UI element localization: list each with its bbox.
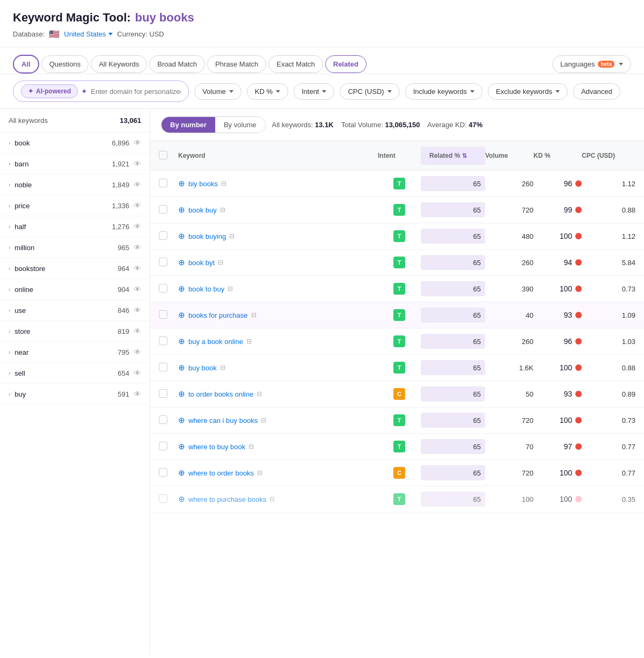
row-checkbox[interactable]	[159, 442, 167, 450]
sidebar-item-near[interactable]: › near 795 👁	[0, 342, 150, 363]
tab-questions[interactable]: Questions	[41, 55, 89, 73]
tab-exact-match[interactable]: Exact Match	[268, 55, 323, 73]
row-checkbox[interactable]	[159, 389, 167, 398]
eye-icon[interactable]: 👁	[134, 222, 141, 231]
row-checkbox[interactable]	[159, 415, 167, 424]
ai-domain-input-wrapper[interactable]: ✦ AI-powered ✦	[13, 81, 189, 102]
eye-icon[interactable]: 👁	[134, 327, 141, 335]
select-all-checkbox[interactable]	[159, 151, 167, 159]
related-val: 65	[473, 206, 481, 214]
keyword-link[interactable]: ⊕ where to purchase books ⊟	[178, 494, 378, 504]
sidebar-item-use[interactable]: › use 846 👁	[0, 300, 150, 321]
col-header-related[interactable]: Related % ⇅	[425, 150, 481, 162]
keyword-link[interactable]: ⊕ to order books online ⊟	[178, 389, 378, 399]
sidebar-item-half[interactable]: › half 1,276 👁	[0, 216, 150, 237]
keyword-link[interactable]: ⊕ books for purchase ⊟	[178, 310, 378, 320]
eye-icon[interactable]: 👁	[134, 390, 141, 398]
keyword-link[interactable]: ⊕ buy a book online ⊟	[178, 337, 378, 346]
sidebar-item-million[interactable]: › million 965 👁	[0, 237, 150, 258]
filter-include-keywords[interactable]: Include keywords	[405, 83, 482, 100]
eye-icon[interactable]: 👁	[134, 201, 141, 210]
table-icon: ⊟	[220, 364, 225, 371]
filter-advanced[interactable]: Advanced	[573, 83, 620, 100]
plus-icon: ⊕	[178, 258, 185, 267]
filter-kd[interactable]: KD %	[247, 83, 288, 100]
sidebar-item-bookstore[interactable]: › bookstore 964 👁	[0, 258, 150, 279]
domain-input[interactable]	[91, 87, 181, 96]
volume-val: 720	[522, 206, 533, 214]
keyword-link[interactable]: ⊕ where can i buy books ⊟	[178, 415, 378, 425]
keyword-link[interactable]: ⊕ book byt ⊟	[178, 258, 378, 267]
row-checkbox[interactable]	[159, 258, 167, 266]
sidebar-item-buy[interactable]: › buy 591 👁	[0, 384, 150, 405]
related-val: 65	[473, 285, 481, 293]
currency-label: Currency: USD	[117, 30, 164, 38]
country-link[interactable]: United States	[64, 30, 113, 38]
eye-icon[interactable]: 👁	[134, 243, 141, 252]
eye-icon[interactable]: 👁	[134, 348, 141, 356]
keyword-link[interactable]: ⊕ book buying ⊟	[178, 231, 378, 241]
sidebar-item-noble[interactable]: › noble 1,849 👁	[0, 174, 150, 195]
row-checkbox[interactable]	[159, 494, 167, 503]
filters-row: ✦ AI-powered ✦ Volume KD % Intent CPC (U…	[0, 74, 644, 109]
row-checkbox[interactable]	[159, 284, 167, 293]
keyword-link[interactable]: ⊕ where to order books ⊟	[178, 468, 378, 478]
keyword-link[interactable]: ⊕ buy book ⊟	[178, 363, 378, 372]
eye-icon[interactable]: 👁	[134, 306, 141, 315]
sidebar-header-label: All keywords	[9, 116, 48, 125]
intent-badge-t: T	[393, 283, 405, 295]
row-checkbox[interactable]	[159, 468, 167, 477]
eye-icon[interactable]: 👁	[134, 285, 141, 294]
tab-languages[interactable]: Languages beta	[552, 55, 631, 73]
filter-volume[interactable]: Volume	[194, 83, 241, 100]
kd-dot-red	[575, 207, 582, 213]
sidebar-item-barn[interactable]: › barn 1,921 👁	[0, 153, 150, 174]
filter-intent[interactable]: Intent	[294, 83, 335, 100]
plus-icon: ⊕	[178, 415, 185, 425]
cpc-val: 0.89	[622, 390, 635, 398]
main-content: All keywords 13,061 › book 6,896 👁 › bar…	[0, 109, 644, 654]
plus-icon: ⊕	[178, 363, 185, 372]
cpc-val: 0.77	[622, 469, 635, 477]
filter-exclude-keywords[interactable]: Exclude keywords	[488, 83, 568, 100]
tab-all[interactable]: All	[13, 55, 39, 74]
sidebar-item-store[interactable]: › store 819 👁	[0, 321, 150, 342]
sidebar-item-book[interactable]: › book 6,896 👁	[0, 133, 150, 153]
row-checkbox[interactable]	[159, 179, 167, 187]
keyword-link[interactable]: ⊕ book buy ⊟	[178, 205, 378, 215]
sidebar: All keywords 13,061 › book 6,896 👁 › bar…	[0, 109, 150, 654]
sort-by-volume-btn[interactable]: By volume	[215, 117, 265, 133]
sidebar-item-online[interactable]: › online 904 👁	[0, 279, 150, 300]
filter-cpc[interactable]: CPC (USD)	[340, 83, 399, 100]
volume-chevron-icon	[229, 90, 233, 93]
kd-chevron-icon	[276, 90, 280, 93]
ai-powered-badge: ✦ AI-powered	[21, 84, 78, 98]
eye-icon[interactable]: 👁	[134, 138, 141, 147]
row-checkbox[interactable]	[159, 337, 167, 345]
chevron-right-icon: ›	[9, 349, 10, 355]
eye-icon[interactable]: 👁	[134, 369, 141, 377]
keyword-link[interactable]: ⊕ where to buy book ⊟	[178, 442, 378, 451]
eye-icon[interactable]: 👁	[134, 159, 141, 168]
tab-broad-match[interactable]: Broad Match	[149, 55, 205, 73]
sidebar-item-sell[interactable]: › sell 654 👁	[0, 363, 150, 384]
tab-related[interactable]: Related	[325, 55, 367, 73]
eye-icon[interactable]: 👁	[134, 264, 141, 273]
col-header-cpc: CPC (USD)	[582, 152, 635, 159]
row-checkbox[interactable]	[159, 310, 167, 319]
kd-dot-red	[575, 312, 582, 318]
kd-dot-red	[575, 338, 582, 345]
row-checkbox[interactable]	[159, 363, 167, 371]
row-checkbox[interactable]	[159, 205, 167, 214]
sidebar-item-price[interactable]: › price 1,336 👁	[0, 195, 150, 216]
row-checkbox[interactable]	[159, 231, 167, 240]
keyword-link[interactable]: ⊕ biy books ⊟	[178, 179, 378, 188]
country-flag: 🇺🇸	[49, 29, 60, 39]
tab-all-keywords[interactable]: All Keywords	[91, 55, 147, 73]
keyword-link[interactable]: ⊕ book to buy ⊟	[178, 284, 378, 294]
plus-icon: ⊕	[178, 205, 185, 215]
eye-icon[interactable]: 👁	[134, 180, 141, 189]
col-header-kd: KD %	[533, 152, 582, 159]
sort-by-number-btn[interactable]: By number	[162, 117, 215, 133]
tab-phrase-match[interactable]: Phrase Match	[207, 55, 266, 73]
